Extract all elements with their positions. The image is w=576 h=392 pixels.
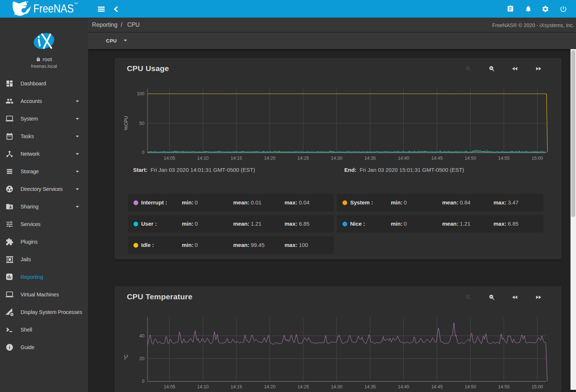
svg-text:50: 50: [139, 121, 144, 126]
svg-text:15:00: 15:00: [532, 384, 543, 389]
svg-text:14:15: 14:15: [231, 156, 242, 161]
svg-text:FreeNAS: FreeNAS: [33, 2, 74, 15]
svg-text:14:35: 14:35: [364, 156, 376, 161]
svg-text:14:45: 14:45: [431, 384, 443, 389]
svg-text:100: 100: [137, 91, 144, 96]
svg-text:14:35: 14:35: [364, 384, 376, 389]
svg-text:14:50: 14:50: [465, 384, 476, 389]
svg-text:14:30: 14:30: [331, 156, 342, 161]
svg-text:14:25: 14:25: [297, 156, 309, 161]
svg-text:14:40: 14:40: [398, 156, 409, 161]
svg-text:15:00: 15:00: [532, 156, 543, 161]
svg-text:14:55: 14:55: [498, 156, 510, 161]
svg-text:14:55: 14:55: [498, 384, 510, 389]
svg-text:14:50: 14:50: [465, 156, 476, 161]
svg-text:14:05: 14:05: [164, 384, 175, 389]
svg-text:40: 40: [139, 333, 144, 339]
svg-text:14:25: 14:25: [297, 384, 309, 389]
svg-text:™: ™: [74, 2, 78, 6]
svg-text:0: 0: [142, 150, 144, 155]
svg-text:14:40: 14:40: [398, 384, 409, 389]
svg-text:20: 20: [139, 356, 144, 361]
svg-text:14:45: 14:45: [431, 156, 443, 161]
svg-text:°C: °C: [123, 355, 129, 360]
svg-text:14:20: 14:20: [264, 156, 275, 161]
svg-text:%CPU: %CPU: [123, 116, 129, 130]
svg-text:14:30: 14:30: [331, 384, 342, 389]
svg-text:14:20: 14:20: [264, 384, 275, 389]
svg-text:0: 0: [142, 379, 144, 384]
svg-text:14:10: 14:10: [197, 384, 209, 389]
svg-text:14:05: 14:05: [164, 156, 175, 161]
svg-text:14:10: 14:10: [197, 156, 209, 161]
svg-text:14:15: 14:15: [231, 384, 242, 389]
